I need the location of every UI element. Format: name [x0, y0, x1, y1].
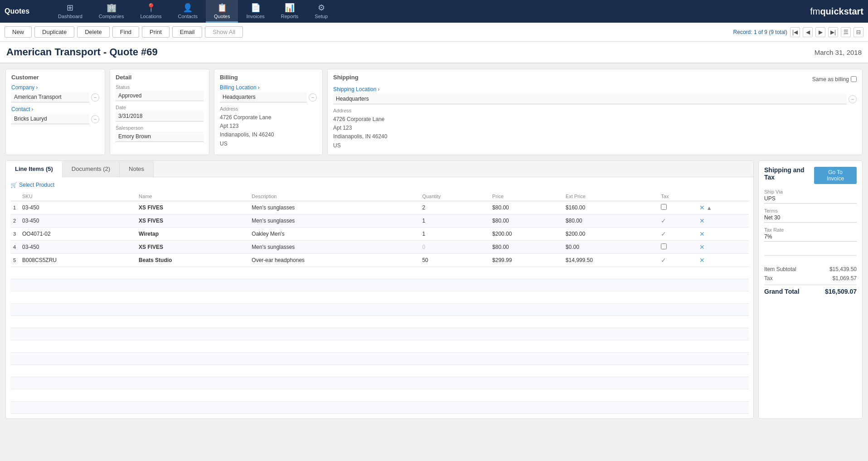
grid-view-button[interactable]: ⊟ — [853, 27, 863, 37]
same-as-billing-checkbox[interactable] — [851, 76, 857, 82]
duplicate-button[interactable]: Duplicate — [34, 26, 74, 38]
nav-item-invoices[interactable]: 📄 Invoices — [238, 0, 272, 23]
row-description: Men's sunglasses — [249, 240, 419, 253]
tax-checkbox[interactable] — [661, 204, 667, 210]
tab-notes[interactable]: Notes — [120, 161, 154, 177]
email-button[interactable]: Email — [172, 26, 203, 38]
right-panel-header: Shipping and Tax Go To Invoice — [764, 166, 857, 184]
tax-row: Tax $1,069.57 — [764, 274, 857, 283]
last-record-button[interactable]: ▶| — [828, 27, 838, 37]
tab-documents[interactable]: Documents (2) — [63, 161, 120, 177]
nav-item-setup[interactable]: ⚙ Setup — [306, 0, 336, 23]
shipping-header: Shipping Same as billing — [333, 74, 857, 84]
shipping-location-input[interactable] — [333, 94, 847, 104]
brand-logo: fmquickstart — [810, 6, 863, 17]
shipping-location-remove-button[interactable]: − — [849, 95, 857, 103]
salesperson-input[interactable] — [116, 131, 204, 142]
nav-item-dashboard[interactable]: ⊞ Dashboard — [50, 0, 91, 23]
row-name: Beats Studio — [136, 253, 249, 267]
delete-row-icon[interactable]: ✕ — [699, 243, 705, 251]
customer-section-title: Customer — [11, 74, 99, 81]
row-description: Over-ear headphones — [249, 253, 419, 267]
empty-row — [10, 352, 749, 364]
col-description: Description — [249, 192, 419, 201]
contact-link[interactable]: Contact › — [11, 106, 99, 112]
nav-label-setup: Setup — [315, 14, 328, 19]
line-items-table: SKU Name Description Quantity Price Ext … — [10, 192, 749, 414]
prev-record-button[interactable]: ◀ — [803, 27, 813, 37]
empty-row — [10, 291, 749, 303]
tax-check-icon: ✓ — [661, 230, 666, 238]
record-navigation: Record: 1 of 9 (9 total) |◀ ◀ ▶ ▶| ☰ ⊟ — [733, 27, 863, 37]
billing-location-input[interactable] — [220, 92, 307, 102]
nav-label-dashboard: Dashboard — [58, 14, 82, 19]
billing-location-link[interactable]: Billing Location › — [220, 84, 317, 91]
grand-total-value: $16,509.07 — [825, 288, 857, 295]
date-label: Date — [116, 105, 204, 110]
col-price: Price — [490, 192, 563, 201]
delete-row-icon[interactable]: ✕ — [699, 217, 705, 224]
row-up-icon[interactable]: ▲ — [707, 205, 712, 211]
app-title: Quotes — [5, 7, 41, 15]
col-actions — [697, 192, 749, 201]
delete-row-icon[interactable]: ✕ — [699, 230, 705, 238]
delete-row-icon[interactable]: ✕ — [699, 257, 705, 264]
tab-line-items[interactable]: Line Items (5) — [6, 161, 63, 177]
status-input[interactable] — [116, 91, 204, 101]
find-button[interactable]: Find — [112, 26, 139, 38]
detail-section: Detail Status Date Salesperson — [110, 69, 209, 155]
tax-checkbox[interactable] — [661, 243, 667, 249]
tax-value: $1,069.57 — [833, 275, 857, 281]
print-button[interactable]: Print — [142, 26, 170, 38]
company-remove-button[interactable]: − — [91, 93, 99, 102]
row-price: $200.00 — [490, 227, 563, 240]
nav-item-companies[interactable]: 🏢 Companies — [91, 0, 132, 23]
go-to-invoice-button[interactable]: Go To Invoice — [814, 167, 857, 184]
contact-remove-button[interactable]: − — [91, 115, 99, 123]
shipping-section-title: Shipping — [333, 74, 359, 81]
row-sku: 03-450 — [19, 201, 136, 214]
row-quantity: 2 — [419, 201, 490, 214]
row-num: 4 — [10, 240, 19, 253]
quotes-icon: 📋 — [217, 3, 227, 13]
company-field-row: − — [11, 92, 99, 102]
row-quantity: 50 — [419, 253, 490, 267]
next-record-button[interactable]: ▶ — [815, 27, 825, 37]
nav-item-locations[interactable]: 📍 Locations — [132, 0, 170, 23]
shipping-tax-title: Shipping and Tax — [764, 166, 814, 181]
select-product-link[interactable]: 🛒 Select Product — [10, 182, 749, 188]
row-name: XS FIVES — [136, 214, 249, 227]
row-num: 1 — [10, 201, 19, 214]
row-quantity: 1 — [419, 227, 490, 240]
content-row: Line Items (5) Documents (2) Notes 🛒 Sel… — [5, 160, 863, 419]
row-name: XS FIVES — [136, 201, 249, 214]
first-record-button[interactable]: |◀ — [790, 27, 800, 37]
companies-icon: 🏢 — [107, 3, 116, 13]
company-link[interactable]: Company › — [11, 84, 99, 91]
delete-button[interactable]: Delete — [77, 26, 110, 38]
shipping-location-link[interactable]: Shipping Location › — [333, 86, 857, 92]
date-input[interactable] — [116, 111, 204, 121]
setup-icon: ⚙ — [318, 3, 325, 13]
billing-location-remove-button[interactable]: − — [309, 93, 317, 102]
contact-input[interactable] — [11, 114, 89, 124]
col-name: Name — [136, 192, 249, 201]
empty-row — [10, 364, 749, 377]
nav-item-quotes[interactable]: 📋 Quotes — [206, 0, 238, 23]
nav-label-contacts: Contacts — [178, 14, 198, 19]
contacts-icon: 👤 — [183, 3, 193, 13]
line-items-body: 1 03-450 XS FIVES Men's sunglasses 2 $80… — [10, 201, 749, 413]
billing-addr-line4: US — [220, 141, 228, 147]
row-actions: ✕ — [697, 214, 749, 227]
new-button[interactable]: New — [5, 26, 32, 38]
nav-item-contacts[interactable]: 👤 Contacts — [170, 0, 206, 23]
col-ext-price: Ext Price — [563, 192, 658, 201]
empty-row — [10, 315, 749, 328]
list-view-button[interactable]: ☰ — [841, 27, 851, 37]
page-title: American Transport - Quote #69 — [6, 46, 158, 58]
show-all-button[interactable]: Show All — [205, 26, 243, 38]
delete-row-icon[interactable]: ✕ — [699, 204, 705, 211]
company-input[interactable] — [11, 92, 89, 102]
nav-item-reports[interactable]: 📊 Reports — [273, 0, 307, 23]
main-content: Customer Company › − Contact › − — [0, 63, 868, 424]
